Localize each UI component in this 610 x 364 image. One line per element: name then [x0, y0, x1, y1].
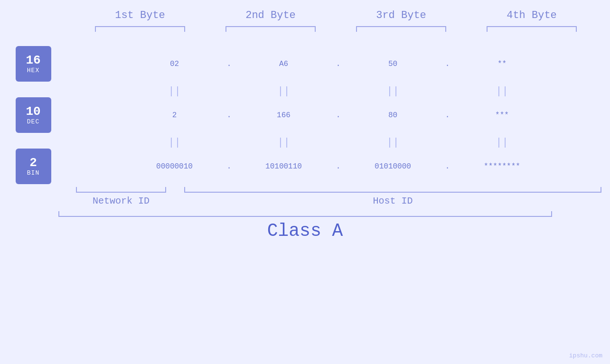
equals-row-2: || || || ||: [0, 137, 610, 149]
class-bracket-line: [58, 211, 552, 217]
bin-dot1: .: [220, 162, 239, 171]
dec-base-name: DEC: [27, 118, 39, 125]
hex-val-3: 50: [388, 60, 397, 68]
hex-byte1: 02: [130, 60, 220, 68]
bin-row: 2 BIN 00000010 . 10100110 . 01010000 .: [0, 149, 610, 184]
bin-dot2: .: [329, 162, 348, 171]
dec-dot1: .: [220, 111, 239, 120]
equals-cells-2: || || || ||: [66, 137, 610, 149]
bracket-byte3: [356, 26, 446, 32]
network-id-bracket-line: [76, 187, 166, 193]
network-host-bracket-row: Network ID Host ID: [66, 187, 610, 206]
eq2-b2: ||: [277, 137, 290, 149]
header-byte1: 1st Byte: [93, 9, 188, 21]
hex-byte2: A6: [239, 60, 329, 68]
dec-row: 10 DEC 2 . 166 . 80 . ***: [0, 97, 610, 133]
dec-dot3: .: [438, 111, 457, 120]
dec-base-label: 10 DEC: [16, 97, 51, 133]
bin-val-1: 00000010: [156, 162, 193, 171]
watermark: ipshu.com: [569, 352, 602, 359]
bracket-byte4: [487, 26, 577, 32]
bin-byte3: 01010000: [348, 162, 438, 171]
bracket-byte2: [225, 26, 316, 32]
hex-base-name: HEX: [27, 67, 39, 74]
hex-values-row: 02 . A6 . 50 . **: [66, 60, 610, 68]
eq1-b4: ||: [496, 85, 508, 97]
bin-base-label: 2 BIN: [16, 149, 51, 184]
hex-dot3: .: [438, 60, 457, 68]
host-id-label: Host ID: [373, 196, 413, 206]
dec-val-4: ***: [495, 111, 509, 120]
bin-byte4: ********: [457, 162, 547, 171]
bin-base-num: 2: [29, 156, 37, 170]
host-id-section: Host ID: [176, 187, 610, 206]
dec-byte4: ***: [457, 111, 547, 120]
dec-values-row: 2 . 166 . 80 . ***: [66, 111, 610, 120]
eq1-b1: ||: [168, 85, 180, 97]
bin-val-2: 10100110: [265, 162, 302, 171]
hex-val-2: A6: [279, 60, 288, 68]
hex-byte3: 50: [348, 60, 438, 68]
hex-base-label: 16 HEX: [16, 46, 51, 82]
dec-val-1: 2: [172, 111, 177, 120]
hex-val-1: 02: [170, 60, 179, 68]
hex-label-col: 16 HEX: [0, 46, 66, 82]
bin-byte2: 10100110: [239, 162, 329, 171]
host-id-bracket-line: [184, 187, 601, 193]
dec-val-2: 166: [277, 111, 291, 120]
bin-byte1: 00000010: [130, 162, 220, 171]
bin-val-3: 01010000: [375, 162, 411, 171]
bin-val-4: ********: [484, 162, 520, 171]
dec-base-num: 10: [26, 105, 40, 119]
hex-dot2: .: [329, 60, 348, 68]
network-id-label: Network ID: [93, 196, 150, 206]
eq2-b3: ||: [386, 137, 399, 149]
hex-byte4: **: [457, 60, 547, 68]
class-row: Class A: [0, 211, 610, 241]
bottom-bracket-area: Network ID Host ID: [0, 187, 610, 206]
eq1-b2: ||: [277, 85, 290, 97]
dec-dot2: .: [329, 111, 348, 120]
dec-byte2: 166: [239, 111, 329, 120]
bin-label-col: 2 BIN: [0, 149, 66, 184]
dec-label-col: 10 DEC: [0, 97, 66, 133]
eq1-b3: ||: [386, 85, 399, 97]
hex-row: 16 HEX 02 . A6 . 50 . **: [0, 46, 610, 82]
main-container: 1st Byte 2nd Byte 3rd Byte 4th Byte 16 H…: [0, 0, 610, 364]
equals-cells-1: || || || ||: [66, 85, 610, 97]
bracket-byte1: [95, 26, 185, 32]
byte-headers: 1st Byte 2nd Byte 3rd Byte 4th Byte: [75, 9, 597, 21]
header-byte4: 4th Byte: [484, 9, 579, 21]
eq2-b4: ||: [496, 137, 508, 149]
equals-row-1: || || || ||: [0, 85, 610, 97]
class-label: Class A: [267, 221, 343, 241]
hex-base-num: 16: [26, 54, 40, 67]
top-brackets: [75, 26, 597, 32]
eq2-b1: ||: [168, 137, 180, 149]
dec-val-3: 80: [388, 111, 397, 120]
network-id-section: Network ID: [66, 187, 176, 206]
bin-values-row: 00000010 . 10100110 . 01010000 . *******…: [66, 162, 610, 171]
header-byte2: 2nd Byte: [223, 9, 318, 21]
bin-dot3: .: [438, 162, 457, 171]
dec-byte1: 2: [130, 111, 220, 120]
bin-base-name: BIN: [27, 169, 39, 177]
hex-val-4: **: [497, 60, 507, 68]
header-byte3: 3rd Byte: [354, 9, 449, 21]
hex-dot1: .: [220, 60, 239, 68]
class-bracket-container: Class A: [58, 211, 552, 241]
dec-byte3: 80: [348, 111, 438, 120]
